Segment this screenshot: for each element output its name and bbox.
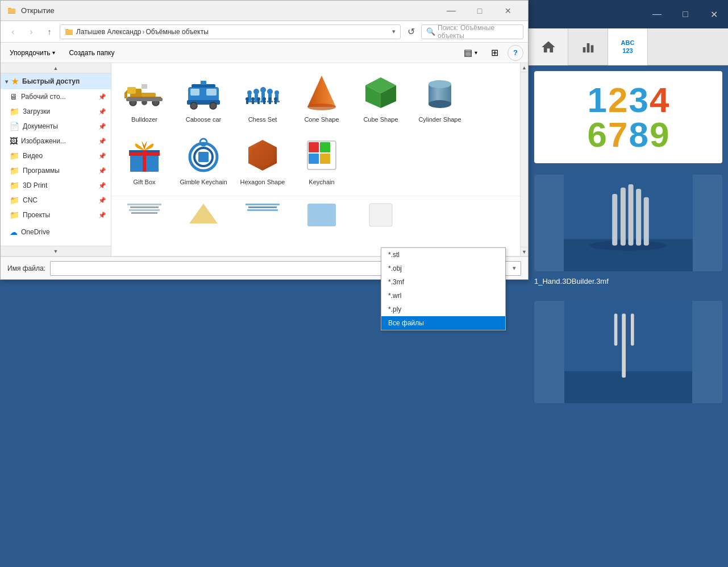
partial4-icon [301,201,342,229]
sidebar-item-projects[interactable]: 📁 Проекты 📌 [1,208,111,222]
path-dropdown-arrow[interactable]: ▾ [392,28,396,35]
partial-file-4[interactable] [293,196,350,233]
svg-point-34 [247,90,252,95]
dropdown-item-3mf[interactable]: *.3mf [381,275,505,289]
sidebar-item-programs[interactable]: 📁 Программы 📌 [1,163,111,178]
svg-marker-25 [124,90,127,98]
search-box[interactable]: 🔍 Поиск: Объёмные объекты [421,24,523,39]
svg-rect-91 [248,206,277,208]
quick-access-star: ★ [11,77,19,86]
app-close-btn[interactable]: ✕ [700,0,728,28]
svg-rect-80 [309,142,319,152]
chess-icon-container [242,72,283,113]
svg-rect-83 [320,154,330,164]
dropdown-item-all[interactable]: Все файлы [381,316,505,330]
sidebar-item-desktop[interactable]: 🖥 Рабочий сто... 📌 [1,89,111,104]
vscroll-down-arrow[interactable]: ▼ [521,247,528,256]
address-path[interactable]: Латышев Александр › Объёмные объекты ▾ [60,24,401,39]
partial-file-2[interactable] [175,196,232,233]
partial-file-1[interactable] [116,196,173,233]
partial-file-3[interactable] [234,196,291,233]
search-icon: 🔍 [426,27,435,36]
sidebar-item-downloads[interactable]: 📁 Загрузки 📌 [1,104,111,119]
sidebar-scroll-down[interactable]: ▼ [1,246,111,256]
up-btn[interactable]: ↑ [41,24,57,40]
app-maximize-btn[interactable]: □ [671,0,700,28]
cone-icon-container [301,72,342,113]
pane-btn[interactable]: ⊞ [486,45,503,60]
svg-rect-88 [131,212,157,214]
partial2-icon [183,201,224,229]
svg-point-62 [307,104,336,110]
help-btn[interactable]: ? [507,45,523,61]
file-item-cube[interactable]: Cube Shape [352,68,409,128]
dropdown-item-wrl[interactable]: *.wrl [381,289,505,303]
view-btn[interactable]: ▤ ▾ [459,45,482,60]
hexagon-icon [243,135,282,175]
back-btn[interactable]: ‹ [5,24,21,40]
keychain-icon-container [301,135,342,176]
minimize-btn[interactable]: — [438,5,464,16]
sidebar-item-3dprint[interactable]: 📁 3D Print 📌 [1,178,111,193]
app-text-btn[interactable]: ABC123 [608,28,648,65]
svg-rect-28 [206,89,217,96]
dropdown-item-ply[interactable]: *.ply [381,303,505,316]
cnc-icon: 📁 [10,196,19,205]
svg-rect-93 [307,204,336,226]
file-item-keychain[interactable]: Keychain [293,130,350,191]
app-minimize-btn[interactable]: — [643,0,671,28]
cone-icon [302,73,342,113]
file-item-caboose[interactable]: Caboose car [175,68,232,128]
organize-btn[interactable]: Упорядочить ▾ [5,47,60,59]
files-scroll-up[interactable]: ▲ ▼ [520,63,528,256]
svg-rect-58 [269,100,271,104]
bulldozer-icon [124,73,164,113]
create-folder-btn[interactable]: Создать папку [64,47,119,59]
svg-rect-81 [320,142,330,152]
vscroll-up-arrow[interactable]: ▲ [521,63,528,72]
close-btn[interactable]: ✕ [495,5,521,16]
desktop-label: Рабочий сто... [21,93,66,101]
file-item-gift[interactable]: Gift Box [116,130,173,191]
file-item-cylinder[interactable]: Cylinder Shape [411,68,468,128]
svg-rect-54 [257,100,260,104]
app-stats-btn[interactable] [568,28,608,65]
quick-access-arrow: ▾ [5,78,8,85]
sidebar-item-images[interactable]: 🖼 Изображени... 📌 [1,134,111,148]
dropdown-item-obj[interactable]: *.obj [381,262,505,275]
dropdown-item-stl[interactable]: *.stl [381,248,505,262]
filename-input[interactable] [50,261,409,276]
file-item-gimble[interactable]: Gimble Keychain [175,130,232,191]
gimble-icon [184,135,223,175]
svg-rect-94 [369,204,392,226]
file-item-bulldozer[interactable]: Bulldozer [116,68,173,128]
cube-label: Cube Shape [363,115,398,123]
sidebar-scroll-up[interactable]: ▲ [1,63,111,73]
projects-icon: 📁 [10,210,19,220]
sidebar-item-documents[interactable]: 📄 Документы 📌 [1,119,111,134]
sidebar-item-cnc[interactable]: 📁 CNC 📌 [1,193,111,208]
images-label: Изображени... [21,137,66,145]
file-item-cone[interactable]: Cone Shape [293,68,350,128]
partial-file-5[interactable] [352,196,409,233]
maximize-btn[interactable]: □ [467,5,493,16]
hexagon-label: Hexagon Shape [240,178,285,186]
images-icon: 🖼 [10,136,18,146]
sidebar-item-onedrive[interactable]: ☁ OneDrive [1,225,111,239]
refresh-btn[interactable]: ↺ [403,24,419,40]
svg-rect-15 [631,314,634,346]
svg-rect-52 [252,100,254,104]
gift-icon [124,135,164,175]
caboose-icon [184,73,223,113]
cylinder-label: Cylinder Shape [418,115,461,123]
dialog-title: Открытие [21,6,55,15]
sidebar-item-video[interactable]: 📁 Видео 📌 [1,148,111,163]
app-home-btn[interactable] [529,28,568,65]
file-item-chess[interactable]: Chess Set [234,68,291,128]
gimble-label: Gimble Keychain [180,178,227,186]
partial1-icon [124,201,165,229]
folder-icon [7,6,16,15]
forward-btn[interactable]: › [23,24,39,40]
file-item-hexagon[interactable]: Hexagon Shape [234,130,291,191]
quick-access-header[interactable]: ▾ ★ Быстрый доступ [1,73,111,89]
